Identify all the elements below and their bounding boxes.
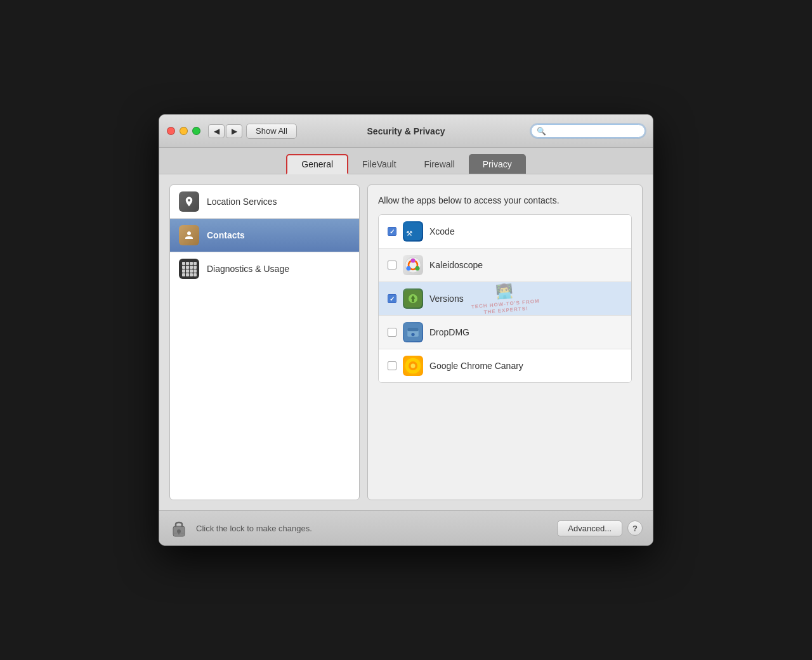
sidebar-item-contacts[interactable]: Contacts xyxy=(170,219,359,252)
versions-app-icon xyxy=(403,288,423,309)
sidebar: Location Services Contacts xyxy=(169,184,360,500)
kaleidoscope-app-icon xyxy=(403,255,423,275)
search-box[interactable]: 🔍 xyxy=(531,124,645,138)
sidebar-label-location: Location Services xyxy=(207,197,277,207)
tab-general[interactable]: General xyxy=(286,154,348,174)
bottom-right-actions: Advanced... ? xyxy=(557,521,643,536)
panel-description: Allow the apps below to access your cont… xyxy=(378,195,632,205)
back-button[interactable]: ◀ xyxy=(208,124,225,138)
search-icon: 🔍 xyxy=(537,127,546,136)
svg-rect-19 xyxy=(173,533,185,534)
versions-checkbox[interactable] xyxy=(388,294,396,303)
lock-icon[interactable] xyxy=(169,519,188,538)
app-item-chrome-canary[interactable]: Google Chrome Canary xyxy=(379,349,631,382)
location-icon xyxy=(179,191,199,212)
tabs-container: General FileVault Firewall Privacy xyxy=(159,148,653,174)
minimize-button[interactable] xyxy=(180,127,188,135)
svg-point-6 xyxy=(407,266,411,271)
tab-privacy[interactable]: Privacy xyxy=(469,154,526,174)
app-item-xcode[interactable]: ⚒ Xcode xyxy=(379,215,631,249)
svg-point-12 xyxy=(411,333,414,336)
dropdmg-label: DropDMG xyxy=(429,327,469,337)
titlebar: ◀ ▶ Show All Security & Privacy 🔍 xyxy=(159,115,653,148)
xcode-app-icon: ⚒ xyxy=(403,221,423,242)
dropdmg-app-icon xyxy=(403,322,423,342)
tab-filevault[interactable]: FileVault xyxy=(348,154,410,174)
close-button[interactable] xyxy=(167,127,175,135)
system-preferences-window: ◀ ▶ Show All Security & Privacy 🔍 Genera… xyxy=(159,114,653,546)
traffic-lights xyxy=(167,127,200,135)
apps-list: ⚒ Xcode xyxy=(378,214,632,383)
help-button[interactable]: ? xyxy=(627,521,643,536)
xcode-label: Xcode xyxy=(429,226,455,236)
forward-button[interactable]: ▶ xyxy=(226,124,242,138)
kaleidoscope-checkbox[interactable] xyxy=(388,261,396,269)
chrome-canary-checkbox[interactable] xyxy=(388,361,396,370)
versions-label: Versions xyxy=(429,294,464,304)
kaleidoscope-label: Kaleidoscope xyxy=(429,260,483,270)
content-area: Location Services Contacts xyxy=(159,174,653,510)
search-input[interactable] xyxy=(549,126,639,136)
chrome-canary-label: Google Chrome Canary xyxy=(429,361,523,371)
nav-buttons: ◀ ▶ xyxy=(208,124,242,138)
contacts-icon xyxy=(179,225,199,245)
xcode-checkbox[interactable] xyxy=(388,227,396,236)
app-item-dropdmg[interactable]: DropDMG xyxy=(379,316,631,349)
show-all-button[interactable]: Show All xyxy=(246,124,297,139)
dropdmg-checkbox[interactable] xyxy=(388,328,396,337)
sidebar-label-diagnostics: Diagnostics & Usage xyxy=(207,264,289,274)
bottom-bar: Click the lock to make changes. Advanced… xyxy=(159,510,653,545)
app-item-versions[interactable]: Versions 👨‍💻 TECH HOW-TO'S FROM THE EXPE… xyxy=(379,282,631,316)
sidebar-label-contacts: Contacts xyxy=(207,230,245,240)
app-item-kaleidoscope[interactable]: Kaleidoscope xyxy=(379,249,631,282)
chrome-canary-app-icon xyxy=(403,356,423,376)
svg-rect-11 xyxy=(407,328,419,331)
svg-point-15 xyxy=(411,364,416,368)
right-panel: Allow the apps below to access your cont… xyxy=(367,184,643,500)
tab-firewall[interactable]: Firewall xyxy=(410,154,469,174)
sidebar-item-diagnostics[interactable]: Diagnostics & Usage xyxy=(170,252,359,285)
svg-point-4 xyxy=(411,259,416,263)
sidebar-item-location[interactable]: Location Services xyxy=(170,185,359,219)
window-title: Security & Privacy xyxy=(367,126,445,136)
svg-point-5 xyxy=(416,266,420,271)
maximize-button[interactable] xyxy=(192,127,200,135)
svg-text:⚒: ⚒ xyxy=(407,226,413,238)
advanced-button[interactable]: Advanced... xyxy=(557,521,622,536)
diagnostics-icon xyxy=(179,259,199,279)
lock-text: Click the lock to make changes. xyxy=(196,524,312,533)
